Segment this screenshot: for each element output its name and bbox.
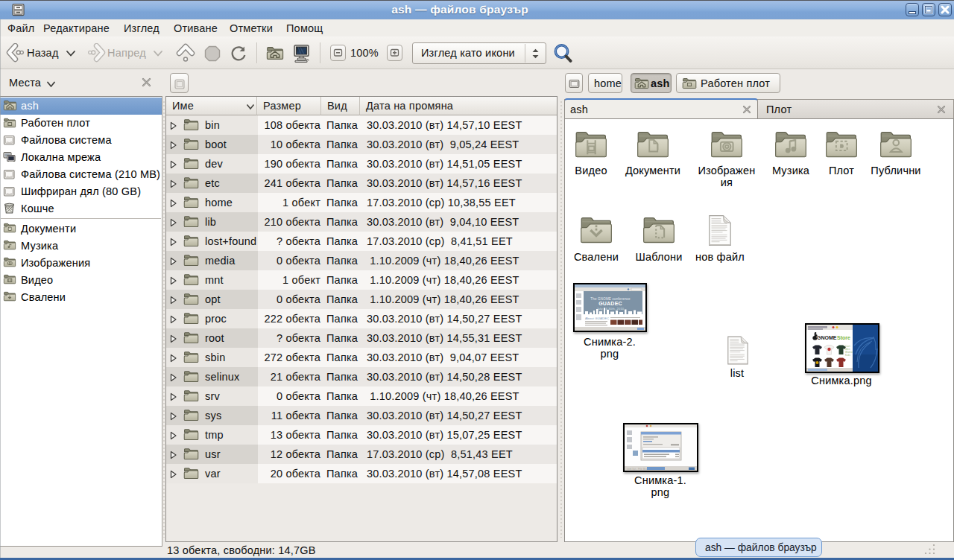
svg-text:Kids: Kids: [845, 354, 850, 357]
svg-text:About GUADEC: About GUADEC: [585, 316, 609, 320]
svg-text:Store: Store: [837, 335, 850, 340]
svg-text:GUADEC: GUADEC: [598, 301, 622, 306]
svg-text:July 24-30th, 2010: July 24-30th, 2010: [597, 307, 625, 311]
svg-text:GNOME: GNOME: [817, 335, 837, 340]
